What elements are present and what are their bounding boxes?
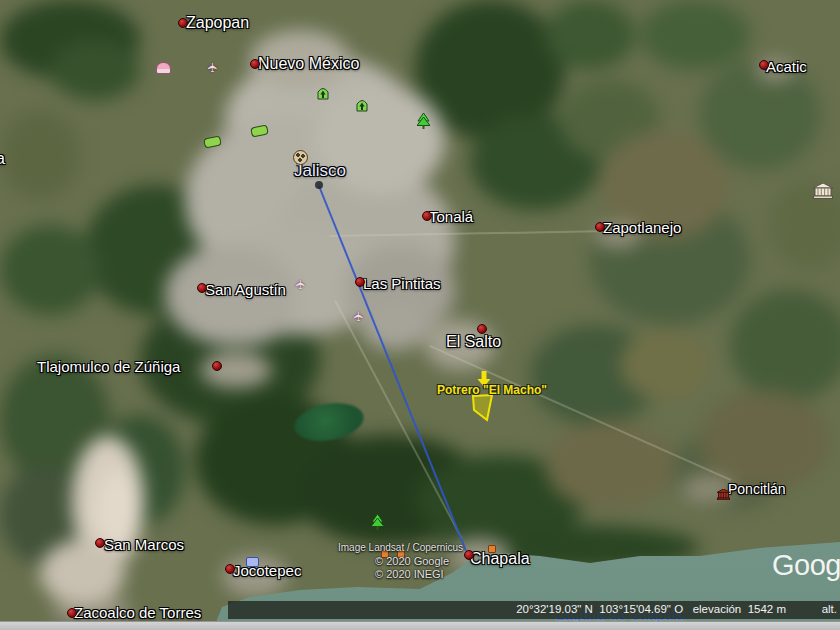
place-marker-dot-las-pintitas[interactable] — [355, 277, 365, 287]
park-tree-icon[interactable] — [417, 113, 430, 133]
map-label-las-pintitas[interactable]: Las Pintitas — [363, 275, 441, 292]
airport-icon[interactable]: ✈ — [295, 275, 306, 293]
terrain-patch — [0, 110, 80, 200]
line-start-dot[interactable] — [315, 181, 323, 189]
terrain-patch — [640, 0, 750, 70]
map-label-poncitlan[interactable]: Poncitlán — [728, 481, 786, 497]
place-marker-dot-san-agustin[interactable] — [197, 283, 207, 293]
place-marker-dot-nuevo-mexico[interactable] — [250, 59, 260, 69]
map-label-san-agustin[interactable]: San Agustín — [205, 281, 286, 298]
dam-icon[interactable] — [246, 557, 259, 567]
status-altitude: alt. — [822, 603, 837, 615]
landmark-icon[interactable] — [356, 98, 368, 116]
map-label-tlajomulco[interactable]: Tlajomulco de Zúñiga — [37, 358, 180, 375]
place-marker-dot-chapala[interactable] — [464, 550, 474, 560]
place-marker-dot-zapotlanejo[interactable] — [595, 222, 605, 232]
map-label-potrero-el-macho[interactable]: Potrero "El Macho" — [437, 383, 547, 397]
window-edge-strip — [0, 621, 840, 630]
map-label-zapotlanejo[interactable]: Zapotlanejo — [603, 219, 681, 236]
airport-icon[interactable]: ✈ — [207, 58, 218, 76]
place-marker-dot-el-salto[interactable] — [477, 324, 487, 334]
terrain-patch — [545, 420, 675, 510]
airport-icon[interactable]: ✈ — [353, 307, 364, 325]
copyright-inegi: © 2020 INEGI — [375, 568, 444, 580]
status-bar: 20°32'19.03" N 103°15'04.69" O elevación… — [228, 601, 840, 619]
map-label-nuevo-mexico[interactable]: Nuevo México — [258, 55, 359, 73]
museum-icon[interactable] — [813, 183, 833, 203]
copyright-google: © 2020 Google — [375, 555, 449, 567]
google-earth-viewport[interactable]: Image Landsat / Copernicus © 2020 Google… — [0, 0, 840, 630]
terrain-patch — [200, 352, 272, 388]
map-label-zacoalco[interactable]: Zacoalco de Torres — [74, 604, 201, 621]
place-marker-dot-zacoalco[interactable] — [67, 608, 77, 618]
map-label-jocotepec[interactable]: Jocotepec — [233, 562, 301, 579]
terrain-patch — [620, 330, 710, 400]
park-tree-icon[interactable] — [371, 514, 384, 534]
map-label-edge-partial[interactable]: a — [0, 150, 5, 168]
status-coordinates: 20°32'19.03" N 103°15'04.69" O elevación… — [516, 603, 786, 615]
map-label-chapala[interactable]: Chapala — [470, 550, 530, 568]
terrain-patch — [730, 290, 840, 400]
map-label-zapopan[interactable]: Zapopan — [186, 14, 249, 32]
poi-icon[interactable] — [488, 545, 496, 553]
terrain-patch — [545, 0, 635, 70]
google-logo: Google — [772, 549, 840, 582]
place-marker-dot-acatic[interactable] — [759, 60, 769, 70]
place-marker-dot-zapopan[interactable] — [178, 18, 188, 28]
landmark-icon[interactable] — [317, 86, 329, 104]
place-marker-dot-san-marcos[interactable] — [95, 538, 105, 548]
terrain-patch — [50, 40, 140, 100]
map-label-el-salto[interactable]: El Salto — [446, 333, 501, 351]
map-label-tonala[interactable]: Tonalá — [429, 208, 473, 225]
terrain-patch — [0, 225, 100, 315]
place-marker-dot-tlajomulco[interactable] — [212, 361, 222, 371]
place-marker-dot-tonala[interactable] — [422, 211, 432, 221]
place-marker-dot-jocotepec[interactable] — [225, 564, 235, 574]
map-label-acatic[interactable]: Acatic — [766, 58, 807, 75]
map-label-san-marcos[interactable]: San Marcos — [104, 536, 184, 553]
pink-poi-icon[interactable] — [156, 62, 171, 74]
municipal-building-icon[interactable] — [717, 486, 730, 504]
imagery-attribution: Image Landsat / Copernicus — [338, 542, 463, 553]
stadium-icon[interactable] — [293, 150, 308, 165]
terrain-patch — [360, 300, 430, 350]
